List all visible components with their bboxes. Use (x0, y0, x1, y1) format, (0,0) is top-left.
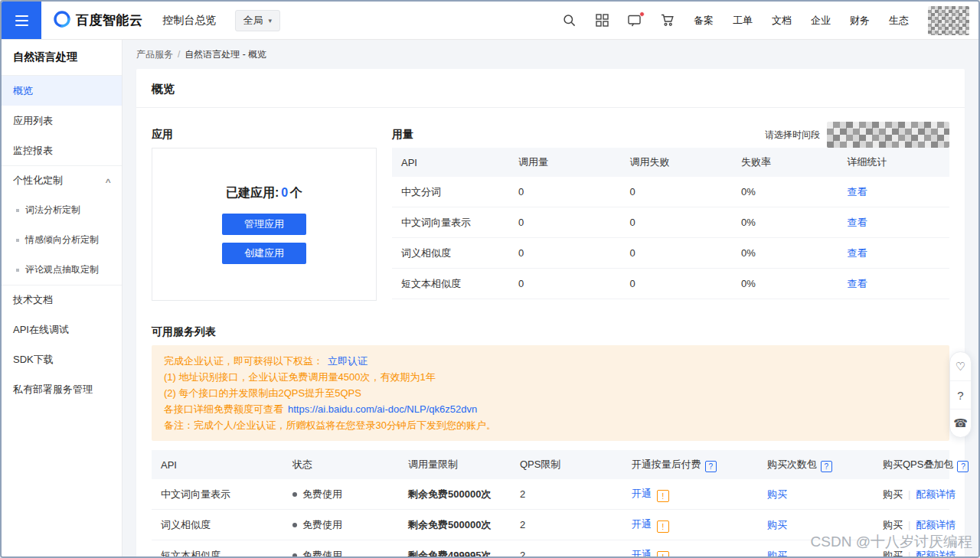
activate-link[interactable]: 开通 (632, 549, 652, 557)
sidebar-item-sdk-download[interactable]: SDK下载 (2, 344, 122, 374)
help-icon[interactable]: ? (957, 461, 969, 472)
status-dot-icon (292, 492, 297, 497)
nav-item-beian[interactable]: 备案 (694, 14, 714, 28)
sidebar-item-app-list[interactable]: 应用列表 (2, 106, 122, 135)
logo-text: 百度智能云 (76, 11, 143, 29)
call-limit: 剩余免费499995次 (399, 549, 511, 557)
usage-table: API 调用量 调用失败 失败率 详细统计 中文分词 0 0 0% 查看 (392, 148, 949, 299)
overview-card: 概览 应用 已建应用:0个 管理应用 创建应用 用量 (136, 69, 965, 556)
sidebar-item-label: 情感倾向分析定制 (25, 233, 99, 246)
nav-item-qiye[interactable]: 企业 (811, 14, 831, 28)
create-app-button[interactable]: 创建应用 (222, 243, 306, 264)
status-text: 免费使用 (302, 550, 342, 557)
breadcrumb-parent-link[interactable]: 产品服务 (136, 48, 173, 61)
buy-count-package-link[interactable]: 购买 (767, 550, 787, 557)
main-content: 产品服务 / 自然语言处理 - 概览 概览 应用 已建应用:0个 管理应用 创建… (122, 40, 978, 556)
api-name: 中文分词 (392, 185, 509, 199)
search-icon[interactable] (562, 14, 576, 28)
sidebar-item-label: 评论观点抽取定制 (25, 263, 99, 276)
time-range-input[interactable] (827, 122, 949, 148)
free-quota-doc-link[interactable]: https://ai.baidu.com/ai-doc/NLP/qk6z52dv… (288, 403, 477, 415)
view-stats-link[interactable]: 查看 (847, 186, 867, 197)
api-name: 短文本相似度 (392, 277, 509, 291)
region-value: 全局 (243, 14, 263, 28)
activate-link[interactable]: 开通 (632, 518, 652, 530)
buy-qps-package-link[interactable]: 购买 (883, 519, 903, 530)
help-icon[interactable]: ? (821, 461, 832, 472)
sidebar-item-sentiment-custom[interactable]: 情感倾向分析定制 (2, 225, 122, 255)
col-status: 状态 (283, 458, 399, 472)
nav-item-shengtai[interactable]: 生态 (889, 14, 909, 28)
fail-count: 0 (620, 247, 732, 259)
usage-row: 中文分词 0 0 0% 查看 (392, 177, 949, 207)
quota-details-link[interactable]: 配额详情 (916, 519, 956, 530)
apps-grid-icon[interactable] (595, 14, 609, 28)
region-selector[interactable]: 全局 ▾ (235, 10, 281, 31)
sidebar-item-lexical-custom[interactable]: 词法分析定制 (2, 195, 122, 225)
cart-icon[interactable] (661, 14, 675, 28)
buy-count-package-link[interactable]: 购买 (767, 519, 787, 530)
logo[interactable]: 百度智能云 (54, 11, 143, 31)
col-detail-stats: 详细统计 (838, 155, 949, 169)
hamburger-menu-button[interactable] (2, 2, 41, 39)
sidebar-item-overview[interactable]: 概览 (2, 76, 122, 106)
call-count: 0 (509, 217, 621, 228)
manage-apps-button[interactable]: 管理应用 (222, 214, 306, 235)
view-stats-link[interactable]: 查看 (847, 278, 867, 289)
activate-cell: 开通! (622, 548, 758, 557)
created-app-number: 0 (281, 186, 288, 199)
col-postpay: 开通按量后付费? (622, 458, 758, 472)
usage-row: 词义相似度 0 0 0% 查看 (392, 238, 949, 269)
sidebar-item-comment-extraction-custom[interactable]: 评论观点抽取定制 (2, 255, 122, 285)
nav-item-wendang[interactable]: 文档 (772, 14, 792, 28)
watermark: CSDN @十八岁讨厌编程 (811, 532, 972, 552)
usage-section: 用量 请选择时间段 API 调用量 调用失败 失败率 详细统计 (392, 122, 949, 301)
col-label: 购买次数包 (767, 458, 817, 470)
sidebar-item-api-debug[interactable]: API在线调试 (2, 315, 122, 344)
view-stats-link[interactable]: 查看 (847, 247, 867, 259)
promo-icon: ! (657, 520, 669, 533)
sidebar-item-monitor-report[interactable]: 监控报表 (2, 135, 122, 165)
api-name: 词义相似度 (392, 246, 509, 260)
usage-section-title: 用量 (392, 122, 413, 148)
sidebar-item-tech-docs[interactable]: 技术文档 (2, 285, 122, 315)
divider: | (908, 519, 910, 530)
favorite-button[interactable]: ♡ (950, 352, 971, 380)
console-overview-link[interactable]: 控制台总览 (163, 14, 217, 28)
topbar: 百度智能云 控制台总览 全局 ▾ 备案 工单 文档 企业 财务 (2, 2, 978, 40)
nav-item-gongdan[interactable]: 工单 (733, 14, 753, 28)
fail-rate: 0% (732, 247, 838, 259)
sidebar-group-customization[interactable]: 个性化定制 ∧ (2, 165, 122, 195)
buy-count-package-link[interactable]: 购买 (767, 488, 787, 500)
quota-details-link[interactable]: 配额详情 (916, 488, 956, 500)
col-count-package: 购买次数包? (758, 458, 874, 472)
col-qps-package: 购买QPS叠加包? (874, 458, 949, 472)
help-button[interactable]: ? (950, 380, 971, 409)
help-icon[interactable]: ? (705, 461, 717, 472)
nav-item-caiwu[interactable]: 财务 (850, 14, 870, 28)
status-cell: 免费使用 (283, 518, 399, 532)
sidebar-item-private-deploy[interactable]: 私有部署服务管理 (2, 374, 122, 404)
services-section: 可用服务列表 完成企业认证，即可获得以下权益：立即认证 (1) 地址识别接口，企… (136, 319, 965, 556)
status-text: 免费使用 (302, 519, 342, 530)
services-section-title: 可用服务列表 (152, 319, 949, 345)
created-app-count: 已建应用:0个 (226, 185, 302, 201)
buy-qps-package-link[interactable]: 购买 (883, 488, 903, 500)
created-app-label: 已建应用: (226, 186, 279, 199)
certify-now-link[interactable]: 立即认证 (328, 355, 368, 367)
avatar[interactable] (928, 6, 969, 35)
message-icon[interactable] (628, 14, 642, 28)
promo-icon: ! (657, 490, 669, 502)
floating-helper-panel: ♡ ? ☎ (949, 351, 972, 438)
sidebar-item-label: 词法分析定制 (25, 204, 80, 217)
usage-row: 中文词向量表示 0 0 0% 查看 (392, 207, 949, 238)
activate-link[interactable]: 开通 (632, 488, 652, 499)
contact-button[interactable]: ☎ (950, 409, 971, 437)
created-app-unit: 个 (290, 186, 302, 199)
view-stats-link[interactable]: 查看 (847, 217, 867, 228)
col-api: API (392, 157, 509, 168)
fail-count: 0 (620, 278, 732, 289)
col-qps-limit: QPS限制 (511, 458, 622, 472)
col-label: 购买QPS叠加包 (883, 458, 953, 470)
col-call-limit: 调用量限制 (399, 458, 511, 472)
